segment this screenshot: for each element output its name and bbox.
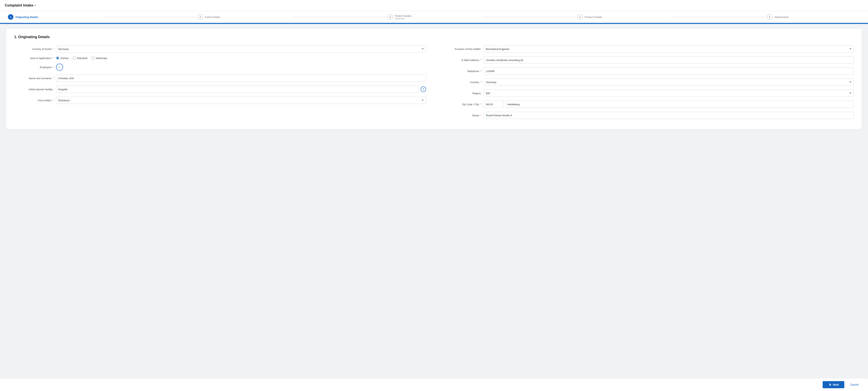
- step-5[interactable]: 5 Attachments: [767, 14, 860, 20]
- step-3-label: Patient Details: [395, 15, 411, 18]
- radio-human-label: Human: [60, 57, 69, 60]
- form-grid: Country of Event: * Germany France USA A…: [14, 46, 854, 123]
- email-label: E-Mail Address: *: [442, 59, 482, 62]
- radio-industrial-label: Industrial: [77, 57, 87, 60]
- region-group: Region: BW BY BE: [442, 90, 854, 97]
- initial-reporter-wrapper: ?: [56, 86, 426, 93]
- area-of-application-group: Area of application: * Human Industrial: [14, 56, 426, 60]
- title-text: Complaint Intake: [5, 3, 33, 7]
- step-1-circle: 1: [8, 14, 13, 20]
- right-column: Function of first notifier: Biomedical E…: [442, 46, 854, 123]
- telephone-label: Telephone: *: [442, 70, 482, 73]
- left-column: Country of Event: * Germany France USA A…: [14, 46, 426, 123]
- form-card: 1. Originating Details Country of Event:…: [6, 29, 862, 129]
- function-select[interactable]: Biomedical Engineer Nurse Physician Tech…: [484, 46, 854, 53]
- step-4[interactable]: 4 Product Details: [577, 14, 670, 20]
- radio-industrial[interactable]: Industrial: [72, 56, 87, 60]
- employee-label: Employee: *: [14, 66, 54, 69]
- section-title: 1. Originating Details: [14, 35, 854, 39]
- stepper: 1 Originating Details 2 Event Details 3 …: [0, 11, 868, 23]
- next-button[interactable]: Next: [823, 381, 844, 388]
- area-radio-group: Human Industrial Veterinary: [56, 56, 426, 60]
- required-star: *: [53, 48, 54, 51]
- zip-input[interactable]: [484, 101, 503, 108]
- initial-reporter-label: Initial reporter facility::: [14, 88, 54, 91]
- title-chevron-icon: ▾: [34, 4, 36, 7]
- country-of-event-group: Country of Event: * Germany France USA: [14, 46, 426, 53]
- step-5-circle: 5: [767, 14, 772, 20]
- step-5-label: Attachments: [774, 16, 788, 19]
- first-notifier-select[interactable]: Distributor Hospital Patient Physician: [56, 97, 426, 104]
- radio-veterinary-label: Veterinary: [96, 57, 107, 60]
- next-icon: [828, 383, 831, 386]
- required-star-2: *: [53, 57, 54, 60]
- info-icon[interactable]: ?: [421, 86, 426, 92]
- name-surname-group: Name and surname: *: [14, 75, 426, 82]
- required-star-5: *: [53, 99, 54, 102]
- initial-reporter-input[interactable]: [56, 86, 419, 93]
- step-3-circle: 3: [388, 14, 393, 20]
- app-header: Complaint Intake ▾: [0, 0, 868, 11]
- minus-icon: −: [58, 65, 61, 69]
- cancel-button[interactable]: Cancel: [847, 381, 862, 388]
- required-star-10: *: [480, 114, 482, 117]
- name-surname-label: Name and surname: *: [14, 77, 54, 80]
- country-group: Country: * Germany France USA: [442, 79, 854, 86]
- telephone-input[interactable]: [484, 67, 854, 75]
- country-select[interactable]: Germany France USA: [484, 79, 854, 86]
- street-input[interactable]: [484, 112, 854, 119]
- step-4-circle: 4: [577, 14, 583, 20]
- function-group: Function of first notifier: Biomedical E…: [442, 46, 854, 53]
- step-4-label: Product Details: [585, 16, 602, 19]
- step-3-sublabel: (Optional): [395, 18, 411, 20]
- area-of-application-label: Area of application: *: [14, 57, 54, 60]
- radio-human[interactable]: Human: [56, 56, 69, 60]
- email-group: E-Mail Address: *: [442, 56, 854, 63]
- app-title[interactable]: Complaint Intake ▾: [5, 3, 36, 7]
- zip-city-inputs: [484, 101, 854, 108]
- step-1-label: Originating Details: [16, 16, 38, 19]
- cancel-label: Cancel: [850, 383, 859, 386]
- required-star-7: *: [480, 70, 482, 73]
- first-notifier-label: First notifier: *: [14, 99, 54, 102]
- stepper-underline: [0, 23, 868, 24]
- initial-reporter-group: Initial reporter facility:: ?: [14, 86, 426, 93]
- street-label: Street: *: [442, 114, 482, 117]
- region-select[interactable]: BW BY BE: [484, 90, 854, 97]
- next-label: Next: [833, 383, 839, 386]
- region-label: Region:: [442, 92, 482, 95]
- zip-city-label: Zip Code / City: *: [442, 103, 482, 106]
- step-2[interactable]: 2 Event Details: [198, 14, 291, 20]
- step-line-2: [292, 17, 386, 17]
- footer: Next Cancel: [0, 378, 868, 391]
- country-of-event-select[interactable]: Germany France USA: [56, 46, 426, 53]
- required-star-6: *: [480, 59, 482, 62]
- step-3[interactable]: 3 Patient Details (Optional): [388, 14, 481, 20]
- step-line-3: [482, 17, 576, 17]
- employee-toggle[interactable]: −: [56, 63, 63, 71]
- step-2-label: Event Details: [205, 16, 220, 19]
- function-label: Function of first notifier:: [442, 48, 482, 51]
- step-1[interactable]: 1 Originating Details: [8, 14, 101, 20]
- required-star-4: *: [53, 77, 54, 80]
- email-input[interactable]: [484, 56, 854, 63]
- step-line-4: [672, 17, 765, 17]
- radio-veterinary[interactable]: Veterinary: [91, 56, 107, 60]
- zip-city-group: Zip Code / City: *: [442, 101, 854, 108]
- street-group: Street: *: [442, 112, 854, 119]
- step-2-circle: 2: [198, 14, 203, 20]
- country-label: Country: *: [442, 81, 482, 84]
- required-star-8: *: [480, 81, 482, 84]
- required-star-9: *: [480, 103, 482, 106]
- main-content: 1. Originating Details Country of Event:…: [0, 24, 868, 134]
- first-notifier-group: First notifier: * Distributor Hospital P…: [14, 97, 426, 104]
- employee-group: Employee: * −: [14, 63, 426, 71]
- name-surname-input[interactable]: [56, 75, 426, 82]
- step-line-1: [103, 17, 196, 17]
- city-input[interactable]: [505, 101, 854, 108]
- country-of-event-label: Country of Event: *: [14, 48, 54, 51]
- telephone-group: Telephone: *: [442, 67, 854, 75]
- required-star-3: *: [53, 66, 54, 69]
